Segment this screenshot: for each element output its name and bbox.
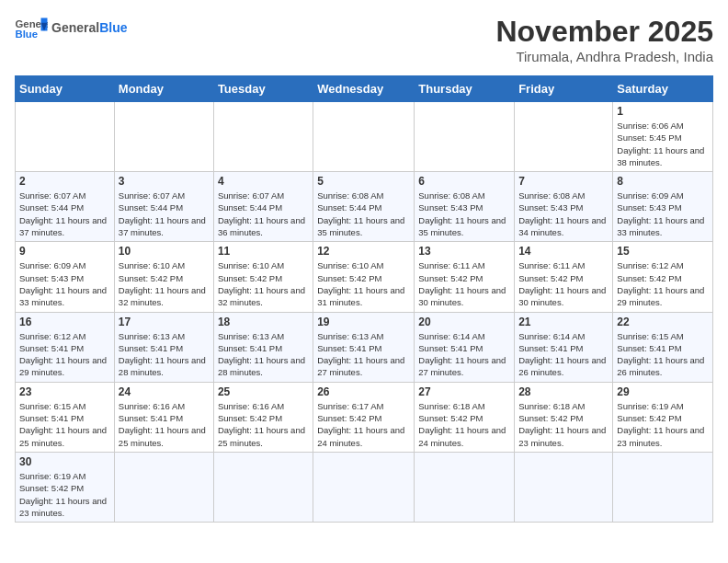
logo-icon: General Blue (15, 15, 48, 40)
day-info: Sunrise: 6:07 AMSunset: 5:44 PMDaylight:… (218, 190, 309, 238)
weekday-header-friday: Friday (515, 76, 613, 102)
calendar-cell: 23Sunrise: 6:15 AMSunset: 5:41 PMDayligh… (16, 382, 115, 452)
calendar-cell: 1Sunrise: 6:06 AMSunset: 5:45 PMDaylight… (613, 102, 713, 172)
calendar-week-6: 30Sunrise: 6:19 AMSunset: 5:42 PMDayligh… (16, 452, 713, 522)
calendar-cell (114, 102, 213, 172)
day-number: 30 (19, 455, 110, 468)
calendar-cell: 6Sunrise: 6:08 AMSunset: 5:43 PMDaylight… (415, 172, 515, 242)
calendar-week-5: 23Sunrise: 6:15 AMSunset: 5:41 PMDayligh… (16, 382, 713, 452)
day-number: 8 (617, 175, 709, 188)
svg-text:Blue: Blue (16, 29, 39, 40)
day-info: Sunrise: 6:14 AMSunset: 5:41 PMDaylight:… (418, 330, 510, 379)
day-number: 15 (617, 245, 709, 258)
calendar-table: SundayMondayTuesdayWednesdayThursdayFrid… (15, 75, 713, 523)
calendar-cell: 14Sunrise: 6:11 AMSunset: 5:42 PMDayligh… (515, 242, 613, 312)
calendar-cell: 8Sunrise: 6:09 AMSunset: 5:43 PMDaylight… (613, 172, 713, 242)
day-info: Sunrise: 6:11 AMSunset: 5:42 PMDaylight:… (518, 259, 609, 308)
title-block: November 2025 Tirumala, Andhra Pradesh, … (495, 15, 713, 64)
calendar-cell: 25Sunrise: 6:16 AMSunset: 5:42 PMDayligh… (213, 382, 313, 452)
day-number: 5 (317, 175, 410, 188)
day-info: Sunrise: 6:15 AMSunset: 5:41 PMDaylight:… (617, 330, 709, 379)
location: Tirumala, Andhra Pradesh, India (495, 49, 713, 64)
day-number: 4 (218, 175, 309, 188)
day-number: 23 (19, 385, 110, 398)
day-info: Sunrise: 6:10 AMSunset: 5:42 PMDaylight:… (317, 259, 410, 308)
day-number: 6 (418, 175, 510, 188)
day-number: 16 (19, 316, 110, 328)
day-number: 19 (317, 316, 410, 328)
calendar-cell (515, 452, 613, 522)
day-number: 22 (617, 316, 709, 328)
day-info: Sunrise: 6:07 AMSunset: 5:44 PMDaylight:… (19, 190, 110, 238)
calendar-cell (16, 102, 115, 172)
calendar-cell: 11Sunrise: 6:10 AMSunset: 5:42 PMDayligh… (213, 242, 313, 312)
calendar-cell: 12Sunrise: 6:10 AMSunset: 5:42 PMDayligh… (313, 242, 415, 312)
calendar-week-3: 9Sunrise: 6:09 AMSunset: 5:43 PMDaylight… (16, 242, 713, 312)
calendar-cell: 26Sunrise: 6:17 AMSunset: 5:42 PMDayligh… (313, 382, 415, 452)
logo-general: General (51, 20, 99, 35)
calendar-cell: 10Sunrise: 6:10 AMSunset: 5:42 PMDayligh… (114, 242, 213, 312)
calendar-cell (213, 102, 313, 172)
calendar-cell (515, 102, 613, 172)
day-number: 27 (418, 385, 510, 398)
calendar-cell: 3Sunrise: 6:07 AMSunset: 5:44 PMDaylight… (114, 172, 213, 242)
weekday-header-monday: Monday (114, 76, 213, 102)
day-info: Sunrise: 6:19 AMSunset: 5:42 PMDaylight:… (617, 400, 709, 449)
day-info: Sunrise: 6:17 AMSunset: 5:42 PMDaylight:… (317, 400, 410, 449)
day-info: Sunrise: 6:19 AMSunset: 5:42 PMDaylight:… (19, 470, 110, 519)
day-number: 1 (617, 105, 709, 118)
day-info: Sunrise: 6:08 AMSunset: 5:43 PMDaylight:… (518, 190, 609, 238)
day-info: Sunrise: 6:13 AMSunset: 5:41 PMDaylight:… (317, 330, 410, 379)
day-number: 26 (317, 385, 410, 398)
calendar-cell (613, 452, 713, 522)
day-number: 7 (518, 175, 609, 188)
page-header: General Blue GeneralBlue November 2025 T… (15, 15, 713, 64)
day-info: Sunrise: 6:18 AMSunset: 5:42 PMDaylight:… (518, 400, 609, 449)
day-info: Sunrise: 6:14 AMSunset: 5:41 PMDaylight:… (518, 330, 609, 379)
day-info: Sunrise: 6:16 AMSunset: 5:41 PMDaylight:… (119, 400, 210, 449)
day-info: Sunrise: 6:10 AMSunset: 5:42 PMDaylight:… (218, 259, 309, 308)
calendar-cell: 20Sunrise: 6:14 AMSunset: 5:41 PMDayligh… (415, 312, 515, 382)
logo-blue: Blue (99, 20, 127, 35)
calendar-cell: 7Sunrise: 6:08 AMSunset: 5:43 PMDaylight… (515, 172, 613, 242)
day-number: 20 (418, 316, 510, 328)
day-info: Sunrise: 6:15 AMSunset: 5:41 PMDaylight:… (19, 400, 110, 449)
day-info: Sunrise: 6:09 AMSunset: 5:43 PMDaylight:… (19, 259, 110, 308)
calendar-header: SundayMondayTuesdayWednesdayThursdayFrid… (16, 76, 713, 102)
calendar-cell: 4Sunrise: 6:07 AMSunset: 5:44 PMDaylight… (213, 172, 313, 242)
day-number: 11 (218, 245, 309, 258)
calendar-cell (313, 452, 415, 522)
day-info: Sunrise: 6:07 AMSunset: 5:44 PMDaylight:… (119, 190, 210, 238)
calendar-week-1: 1Sunrise: 6:06 AMSunset: 5:45 PMDaylight… (16, 102, 713, 172)
calendar-cell: 17Sunrise: 6:13 AMSunset: 5:41 PMDayligh… (114, 312, 213, 382)
calendar-cell: 5Sunrise: 6:08 AMSunset: 5:44 PMDaylight… (313, 172, 415, 242)
day-number: 3 (119, 175, 210, 188)
day-number: 29 (617, 385, 709, 398)
calendar-cell (415, 452, 515, 522)
day-number: 2 (19, 175, 110, 188)
weekday-header-sunday: Sunday (16, 76, 115, 102)
calendar-cell (213, 452, 313, 522)
calendar-cell: 15Sunrise: 6:12 AMSunset: 5:42 PMDayligh… (613, 242, 713, 312)
calendar-cell: 28Sunrise: 6:18 AMSunset: 5:42 PMDayligh… (515, 382, 613, 452)
day-info: Sunrise: 6:12 AMSunset: 5:41 PMDaylight:… (19, 330, 110, 379)
calendar-cell: 19Sunrise: 6:13 AMSunset: 5:41 PMDayligh… (313, 312, 415, 382)
calendar-cell: 30Sunrise: 6:19 AMSunset: 5:42 PMDayligh… (16, 452, 115, 522)
day-info: Sunrise: 6:10 AMSunset: 5:42 PMDaylight:… (119, 259, 210, 308)
day-info: Sunrise: 6:18 AMSunset: 5:42 PMDaylight:… (418, 400, 510, 449)
day-number: 17 (119, 316, 210, 328)
day-info: Sunrise: 6:09 AMSunset: 5:43 PMDaylight:… (617, 190, 709, 238)
calendar-body: 1Sunrise: 6:06 AMSunset: 5:45 PMDaylight… (16, 102, 713, 523)
weekday-header-row: SundayMondayTuesdayWednesdayThursdayFrid… (16, 76, 713, 102)
calendar-cell: 18Sunrise: 6:13 AMSunset: 5:41 PMDayligh… (213, 312, 313, 382)
day-info: Sunrise: 6:06 AMSunset: 5:45 PMDaylight:… (617, 120, 709, 168)
weekday-header-thursday: Thursday (415, 76, 515, 102)
day-number: 21 (518, 316, 609, 328)
day-number: 18 (218, 316, 309, 328)
calendar-cell: 2Sunrise: 6:07 AMSunset: 5:44 PMDaylight… (16, 172, 115, 242)
day-info: Sunrise: 6:08 AMSunset: 5:43 PMDaylight:… (418, 190, 510, 238)
day-number: 12 (317, 245, 410, 258)
calendar-cell: 29Sunrise: 6:19 AMSunset: 5:42 PMDayligh… (613, 382, 713, 452)
day-number: 28 (518, 385, 609, 398)
day-number: 9 (19, 245, 110, 258)
